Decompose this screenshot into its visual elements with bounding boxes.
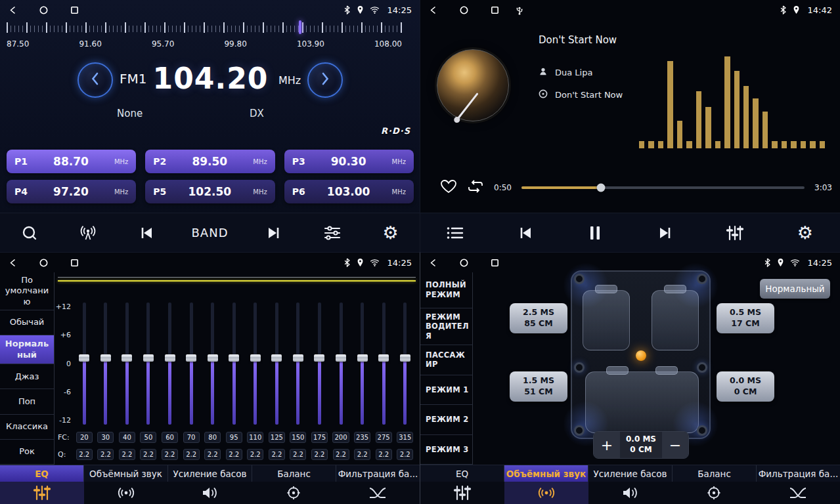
- balance-target-icon[interactable]: [252, 482, 336, 504]
- eq-band-slider[interactable]: [116, 303, 138, 425]
- back-icon[interactable]: [8, 258, 18, 268]
- preset-button-p5[interactable]: P5 102.50 MHz: [145, 180, 275, 203]
- eq-band-slider[interactable]: [288, 303, 309, 425]
- eq-band-slider[interactable]: [181, 303, 202, 425]
- mode-1[interactable]: РЕЖИМ 1: [420, 375, 472, 405]
- mode-driver[interactable]: РЕЖИМ ВОДИТЕЛЯ: [420, 308, 472, 345]
- tune-up-button[interactable]: [307, 62, 343, 98]
- eq-band-slider[interactable]: [351, 303, 373, 425]
- pause-icon[interactable]: [582, 225, 608, 241]
- tab-eq[interactable]: EQ: [420, 465, 504, 482]
- eq-band-slider[interactable]: [95, 303, 117, 425]
- eq-preset-normal[interactable]: Нормальный: [0, 335, 54, 364]
- delay-front-left-button[interactable]: 2.5 MS 85 CM: [510, 303, 567, 333]
- eq-slider-knob[interactable]: [165, 354, 175, 362]
- eq-preset-custom[interactable]: Обычай: [0, 310, 54, 335]
- eq-preset-pop[interactable]: Поп: [0, 389, 54, 414]
- eq-band-slider[interactable]: [373, 303, 395, 425]
- eq-preset-jazz[interactable]: Джаз: [0, 364, 54, 389]
- tab-surround-sound[interactable]: Объёмный звук: [84, 465, 168, 482]
- scan-icon[interactable]: [16, 224, 43, 242]
- preset-button-p1[interactable]: P1 88.70 MHz: [7, 150, 136, 173]
- bass-speaker-icon[interactable]: [588, 482, 673, 504]
- settings-gear-icon[interactable]: ⚙: [378, 224, 404, 242]
- delay-decrease-button[interactable]: −: [662, 432, 688, 458]
- eq-slider-knob[interactable]: [357, 354, 368, 362]
- band-button[interactable]: BAND: [192, 226, 229, 240]
- eq-band-slider[interactable]: [159, 303, 181, 425]
- back-icon[interactable]: [428, 5, 438, 15]
- next-icon[interactable]: [652, 226, 678, 240]
- recents-square-icon[interactable]: [70, 258, 79, 268]
- delay-front-right-button[interactable]: 0.5 MS 17 CM: [717, 303, 774, 333]
- progress-knob[interactable]: [596, 184, 605, 192]
- previous-icon[interactable]: [512, 226, 539, 240]
- preset-button-p6[interactable]: P6 103.00 MHz: [284, 180, 414, 203]
- eq-preset-rock[interactable]: Рок: [0, 440, 54, 465]
- seek-bar[interactable]: [521, 186, 805, 189]
- tab-filter[interactable]: Фильтрация ба...: [336, 465, 420, 482]
- eq-slider-knob[interactable]: [250, 354, 261, 362]
- previous-icon[interactable]: [133, 226, 160, 240]
- mode-passenger[interactable]: ПАССАЖИР: [420, 345, 472, 375]
- home-circle-icon[interactable]: [39, 258, 49, 268]
- eq-slider-knob[interactable]: [79, 354, 89, 362]
- tuner-settings-icon[interactable]: [319, 225, 345, 241]
- tab-surround-sound[interactable]: Объёмный звук: [504, 465, 588, 482]
- mode-2[interactable]: РЕЖИМ 2: [420, 405, 472, 434]
- home-circle-icon[interactable]: [459, 258, 469, 268]
- tab-bass-boost[interactable]: Усиление басов: [168, 465, 252, 482]
- repeat-icon[interactable]: [467, 179, 484, 196]
- eq-slider-knob[interactable]: [314, 354, 324, 362]
- eq-band-slider[interactable]: [223, 303, 245, 425]
- crossover-filter-icon[interactable]: [336, 482, 420, 504]
- eq-band-slider[interactable]: [202, 303, 223, 425]
- balance-target-icon[interactable]: [672, 482, 756, 504]
- eq-slider-knob[interactable]: [208, 354, 218, 362]
- next-icon[interactable]: [261, 226, 287, 240]
- eq-mixer-icon[interactable]: [722, 225, 748, 241]
- listening-position-dot[interactable]: [636, 350, 646, 361]
- eq-band-slider[interactable]: [309, 303, 330, 425]
- eq-slider-knob[interactable]: [122, 354, 132, 362]
- home-circle-icon[interactable]: [39, 5, 49, 15]
- tab-balance[interactable]: Баланс: [673, 465, 757, 482]
- eq-slider-knob[interactable]: [186, 354, 196, 362]
- eq-preset-classical[interactable]: Классика: [0, 415, 54, 440]
- preset-button-p4[interactable]: P4 97.20 MHz: [7, 180, 136, 203]
- crossover-filter-icon[interactable]: [756, 482, 840, 504]
- eq-slider-knob[interactable]: [293, 354, 303, 362]
- delay-rear-right-button[interactable]: 0.0 MS 0 CM: [717, 371, 774, 402]
- bass-speaker-icon[interactable]: [168, 482, 252, 504]
- eq-slider-knob[interactable]: [378, 354, 389, 362]
- tune-down-button[interactable]: [77, 62, 113, 98]
- eq-slider-knob[interactable]: [100, 354, 111, 362]
- eq-band-slider[interactable]: [138, 303, 160, 425]
- eq-sliders-icon[interactable]: [420, 482, 504, 504]
- recents-square-icon[interactable]: [490, 5, 500, 15]
- surround-preset-button[interactable]: Нормальный: [760, 279, 830, 299]
- eq-sliders-icon[interactable]: [0, 482, 84, 504]
- mode-3[interactable]: РЕЖИМ 3: [420, 435, 472, 465]
- frequency-ruler[interactable]: [7, 22, 402, 38]
- delay-increase-button[interactable]: +: [594, 432, 620, 458]
- favorite-heart-icon[interactable]: [440, 178, 457, 197]
- eq-band-slider[interactable]: [266, 303, 288, 425]
- eq-slider-knob[interactable]: [336, 354, 346, 362]
- tab-eq[interactable]: EQ: [0, 465, 84, 482]
- surround-speaker-icon[interactable]: [504, 482, 588, 504]
- home-circle-icon[interactable]: [459, 5, 469, 15]
- settings-gear-icon[interactable]: ⚙: [792, 224, 818, 242]
- eq-band-slider[interactable]: [74, 303, 95, 425]
- back-icon[interactable]: [428, 258, 438, 268]
- back-icon[interactable]: [8, 5, 18, 15]
- tab-filter[interactable]: Фильтрация ба...: [757, 465, 840, 482]
- preset-button-p2[interactable]: P2 89.50 MHz: [145, 150, 275, 173]
- recents-square-icon[interactable]: [70, 5, 79, 15]
- eq-slider-knob[interactable]: [400, 354, 410, 362]
- tab-bass-boost[interactable]: Усиление басов: [588, 465, 673, 482]
- eq-band-slider[interactable]: [245, 303, 267, 425]
- eq-preset-default[interactable]: По умолчанию: [0, 272, 54, 310]
- delay-rear-left-button[interactable]: 1.5 MS 51 CM: [510, 371, 567, 402]
- tab-balance[interactable]: Баланс: [252, 465, 336, 482]
